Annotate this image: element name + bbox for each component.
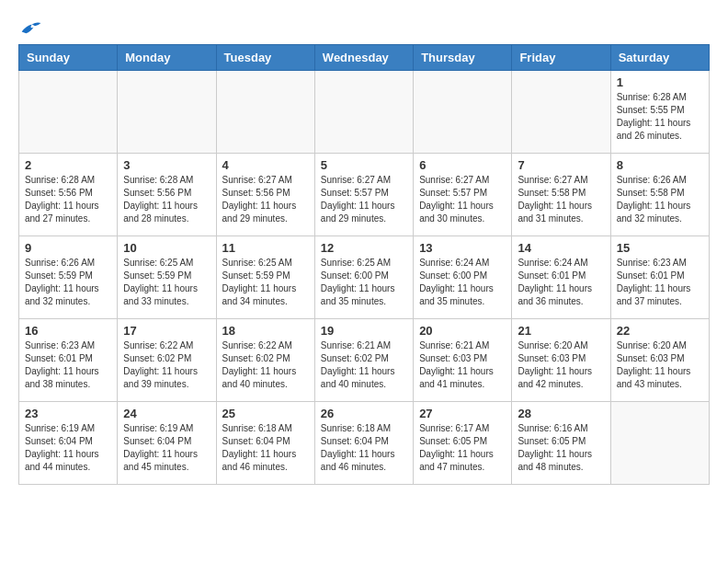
day-number: 11: [222, 241, 309, 255]
calendar-cell: 20Sunrise: 6:21 AM Sunset: 6:03 PM Dayli…: [414, 319, 512, 402]
day-info: Sunrise: 6:19 AM Sunset: 6:04 PM Dayligh…: [123, 422, 210, 474]
day-number: 1: [617, 75, 703, 89]
day-number: 13: [419, 241, 506, 255]
calendar-cell: 17Sunrise: 6:22 AM Sunset: 6:02 PM Dayli…: [118, 319, 216, 402]
day-number: 18: [222, 324, 309, 338]
weekday-header-sunday: Sunday: [19, 45, 118, 71]
day-info: Sunrise: 6:23 AM Sunset: 6:01 PM Dayligh…: [25, 339, 111, 391]
weekday-header-monday: Monday: [118, 45, 216, 71]
day-info: Sunrise: 6:24 AM Sunset: 6:01 PM Dayligh…: [518, 257, 604, 308]
day-number: 27: [419, 407, 506, 420]
calendar-cell: 4Sunrise: 6:27 AM Sunset: 5:56 PM Daylig…: [216, 154, 314, 236]
calendar-cell: 14Sunrise: 6:24 AM Sunset: 6:01 PM Dayli…: [512, 236, 610, 319]
logo-bird-icon: [20, 18, 42, 35]
day-info: Sunrise: 6:23 AM Sunset: 6:01 PM Dayligh…: [617, 257, 703, 308]
calendar-week-row: 16Sunrise: 6:23 AM Sunset: 6:01 PM Dayli…: [19, 319, 710, 402]
calendar-cell: 13Sunrise: 6:24 AM Sunset: 6:00 PM Dayli…: [414, 236, 512, 319]
day-info: Sunrise: 6:25 AM Sunset: 6:00 PM Dayligh…: [321, 257, 407, 308]
calendar-cell: 3Sunrise: 6:28 AM Sunset: 5:56 PM Daylig…: [118, 154, 216, 236]
calendar-table: SundayMondayTuesdayWednesdayThursdayFrid…: [18, 44, 710, 485]
calendar-cell: 12Sunrise: 6:25 AM Sunset: 6:00 PM Dayli…: [314, 236, 413, 319]
day-number: 25: [222, 407, 309, 420]
calendar-cell: 6Sunrise: 6:27 AM Sunset: 5:57 PM Daylig…: [414, 154, 512, 236]
day-number: 14: [518, 241, 604, 255]
day-number: 28: [518, 407, 604, 420]
calendar-cell: 24Sunrise: 6:19 AM Sunset: 6:04 PM Dayli…: [118, 402, 216, 485]
calendar-cell: [118, 71, 216, 154]
calendar-cell: 8Sunrise: 6:26 AM Sunset: 5:58 PM Daylig…: [610, 154, 709, 236]
calendar-cell: 16Sunrise: 6:23 AM Sunset: 6:01 PM Dayli…: [19, 319, 118, 402]
day-number: 7: [518, 158, 604, 172]
day-info: Sunrise: 6:24 AM Sunset: 6:00 PM Dayligh…: [419, 257, 506, 308]
calendar-cell: [216, 71, 314, 154]
calendar-cell: 19Sunrise: 6:21 AM Sunset: 6:02 PM Dayli…: [314, 319, 413, 402]
calendar-cell: 22Sunrise: 6:20 AM Sunset: 6:03 PM Dayli…: [610, 319, 709, 402]
calendar-cell: 2Sunrise: 6:28 AM Sunset: 5:56 PM Daylig…: [19, 154, 118, 236]
day-info: Sunrise: 6:21 AM Sunset: 6:03 PM Dayligh…: [419, 339, 506, 391]
calendar-cell: 27Sunrise: 6:17 AM Sunset: 6:05 PM Dayli…: [414, 402, 512, 485]
calendar-cell: 15Sunrise: 6:23 AM Sunset: 6:01 PM Dayli…: [610, 236, 709, 319]
day-info: Sunrise: 6:27 AM Sunset: 5:57 PM Dayligh…: [321, 174, 407, 225]
day-number: 15: [617, 241, 703, 255]
day-number: 21: [518, 324, 604, 338]
day-info: Sunrise: 6:17 AM Sunset: 6:05 PM Dayligh…: [419, 422, 506, 474]
calendar-cell: 10Sunrise: 6:25 AM Sunset: 5:59 PM Dayli…: [118, 236, 216, 319]
day-info: Sunrise: 6:21 AM Sunset: 6:02 PM Dayligh…: [321, 339, 407, 391]
calendar-cell: [314, 71, 413, 154]
calendar-cell: 5Sunrise: 6:27 AM Sunset: 5:57 PM Daylig…: [314, 154, 413, 236]
weekday-header-friday: Friday: [512, 45, 610, 71]
calendar-cell: 23Sunrise: 6:19 AM Sunset: 6:04 PM Dayli…: [19, 402, 118, 485]
weekday-header-tuesday: Tuesday: [216, 45, 314, 71]
day-number: 26: [321, 407, 407, 420]
day-number: 10: [123, 241, 210, 255]
day-number: 8: [617, 158, 703, 172]
day-info: Sunrise: 6:28 AM Sunset: 5:56 PM Dayligh…: [123, 174, 210, 225]
day-number: 20: [419, 324, 506, 338]
weekday-header-wednesday: Wednesday: [314, 45, 413, 71]
day-number: 6: [419, 158, 506, 172]
calendar-cell: [414, 71, 512, 154]
calendar-cell: 21Sunrise: 6:20 AM Sunset: 6:03 PM Dayli…: [512, 319, 610, 402]
weekday-header-row: SundayMondayTuesdayWednesdayThursdayFrid…: [19, 45, 710, 71]
weekday-header-saturday: Saturday: [610, 45, 709, 71]
calendar-week-row: 9Sunrise: 6:26 AM Sunset: 5:59 PM Daylig…: [19, 236, 710, 319]
day-number: 5: [321, 158, 407, 172]
day-number: 23: [25, 407, 111, 420]
day-number: 16: [25, 324, 111, 338]
day-info: Sunrise: 6:28 AM Sunset: 5:55 PM Dayligh…: [617, 91, 703, 143]
day-number: 4: [222, 158, 309, 172]
day-info: Sunrise: 6:25 AM Sunset: 5:59 PM Dayligh…: [123, 257, 210, 308]
calendar-cell: 25Sunrise: 6:18 AM Sunset: 6:04 PM Dayli…: [216, 402, 314, 485]
calendar-cell: 9Sunrise: 6:26 AM Sunset: 5:59 PM Daylig…: [19, 236, 118, 319]
day-info: Sunrise: 6:28 AM Sunset: 5:56 PM Dayligh…: [25, 174, 111, 225]
day-info: Sunrise: 6:26 AM Sunset: 5:58 PM Dayligh…: [617, 174, 703, 225]
day-info: Sunrise: 6:26 AM Sunset: 5:59 PM Dayligh…: [25, 257, 111, 308]
day-info: Sunrise: 6:25 AM Sunset: 5:59 PM Dayligh…: [222, 257, 309, 308]
day-info: Sunrise: 6:16 AM Sunset: 6:05 PM Dayligh…: [518, 422, 604, 474]
day-info: Sunrise: 6:20 AM Sunset: 6:03 PM Dayligh…: [617, 339, 703, 391]
calendar-cell: 11Sunrise: 6:25 AM Sunset: 5:59 PM Dayli…: [216, 236, 314, 319]
day-number: 19: [321, 324, 407, 338]
day-number: 9: [25, 241, 111, 255]
day-info: Sunrise: 6:27 AM Sunset: 5:58 PM Dayligh…: [518, 174, 604, 225]
day-info: Sunrise: 6:22 AM Sunset: 6:02 PM Dayligh…: [222, 339, 309, 391]
calendar-cell: 7Sunrise: 6:27 AM Sunset: 5:58 PM Daylig…: [512, 154, 610, 236]
day-info: Sunrise: 6:19 AM Sunset: 6:04 PM Dayligh…: [25, 422, 111, 474]
day-number: 12: [321, 241, 407, 255]
calendar-week-row: 23Sunrise: 6:19 AM Sunset: 6:04 PM Dayli…: [19, 402, 710, 485]
calendar-cell: [19, 71, 118, 154]
logo: [18, 18, 42, 35]
header: [18, 18, 710, 35]
day-number: 17: [123, 324, 210, 338]
day-number: 2: [25, 158, 111, 172]
calendar-cell: [610, 402, 709, 485]
calendar-cell: [512, 71, 610, 154]
calendar-cell: 1Sunrise: 6:28 AM Sunset: 5:55 PM Daylig…: [610, 71, 709, 154]
day-info: Sunrise: 6:18 AM Sunset: 6:04 PM Dayligh…: [321, 422, 407, 474]
day-info: Sunrise: 6:27 AM Sunset: 5:57 PM Dayligh…: [419, 174, 506, 225]
calendar-week-row: 1Sunrise: 6:28 AM Sunset: 5:55 PM Daylig…: [19, 71, 710, 154]
day-info: Sunrise: 6:27 AM Sunset: 5:56 PM Dayligh…: [222, 174, 309, 225]
calendar-cell: 26Sunrise: 6:18 AM Sunset: 6:04 PM Dayli…: [314, 402, 413, 485]
day-info: Sunrise: 6:18 AM Sunset: 6:04 PM Dayligh…: [222, 422, 309, 474]
day-number: 3: [123, 158, 210, 172]
